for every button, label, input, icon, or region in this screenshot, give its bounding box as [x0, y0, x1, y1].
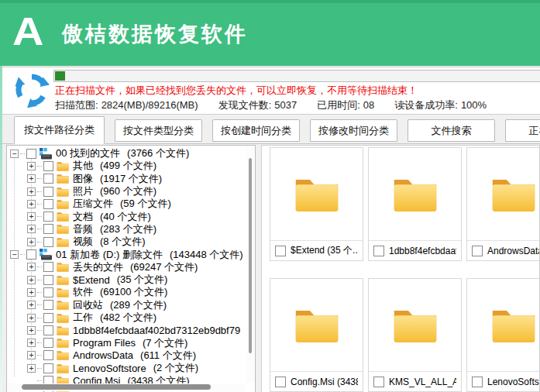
checkbox[interactable]	[43, 174, 53, 184]
tree-item-count: (35 个文件)	[117, 273, 168, 287]
folder-card[interactable]: 1dbb8f4efcbdaaf...	[368, 147, 462, 261]
tree-item[interactable]: + 图像 (1917 个文件)	[7, 173, 246, 185]
expander-icon[interactable]: +	[27, 162, 36, 170]
checkbox[interactable]	[275, 377, 286, 387]
expander-icon[interactable]: +	[27, 174, 36, 183]
expander-icon[interactable]: +	[27, 364, 36, 373]
folder-card[interactable]: LenovoSoftstore	[466, 278, 540, 392]
folder-card-footer: 1dbb8f4efcbdaaf...	[369, 240, 461, 260]
folder-card[interactable]: AndrowsData (	[466, 147, 540, 261]
expander-icon[interactable]: +	[27, 326, 36, 335]
horizontal-scrollbar[interactable]	[8, 383, 246, 391]
app-title: 傲桔数据恢复软件	[62, 20, 248, 48]
scan-status-panel: 正在扫描文件，如果已经找到您丢失的文件，可以立即恢复，不用等待扫描结束！ 扫描范…	[2, 67, 540, 115]
vertical-scrollbar-thumb[interactable]	[249, 158, 252, 353]
scan-stat: 扫描范围:2824(MB)/89216(MB)	[55, 98, 198, 112]
checkbox[interactable]	[43, 211, 53, 222]
checkbox[interactable]	[43, 313, 53, 323]
tree-guide	[37, 178, 42, 179]
tree-item[interactable]: + 工作 (482 个文件)	[7, 311, 246, 324]
expander-icon[interactable]: +	[27, 314, 36, 322]
tree-item-label: 01 新加卷 (D:) 删除文件	[56, 248, 163, 262]
folder-card[interactable]: KMS_VL_ALL_AIO...	[368, 278, 462, 392]
checkbox[interactable]	[43, 187, 53, 197]
expander-icon[interactable]: +	[27, 212, 36, 221]
checkbox[interactable]	[43, 275, 53, 285]
tab-by-file-type[interactable]: 按文件类型分类	[115, 119, 202, 142]
tree-item[interactable]: + 回收站 (289 个文件)	[7, 299, 246, 311]
vertical-scrollbar[interactable]	[246, 147, 254, 383]
checkbox[interactable]	[26, 149, 36, 159]
checkbox[interactable]	[43, 350, 53, 360]
folder-card-label: KMS_VL_ALL_AIO...	[389, 377, 456, 387]
checkbox[interactable]	[43, 224, 53, 234]
expander-icon[interactable]: +	[27, 351, 36, 359]
checkbox[interactable]	[472, 377, 483, 387]
checkbox[interactable]	[26, 249, 36, 260]
tab-recovering[interactable]: 正在恢复	[505, 119, 540, 142]
tree-item[interactable]: + 软件 (69100 个文件)	[7, 286, 246, 298]
tree-item-count: (611 个文件)	[140, 349, 196, 363]
tree-item[interactable]: + AndrowsData (611 个文件)	[7, 349, 246, 362]
tree-item[interactable]: + 照片 (960 个文件)	[7, 185, 246, 198]
tree-item[interactable]: + $Extend (35 个文件)	[7, 273, 246, 286]
horizontal-scrollbar-thumb[interactable]	[22, 384, 211, 390]
tree-item[interactable]: + 视频 (8 个文件)	[7, 236, 246, 248]
checkbox[interactable]	[43, 199, 53, 209]
checkbox[interactable]	[472, 246, 483, 256]
checkbox[interactable]	[43, 300, 53, 310]
folder-icon	[57, 349, 69, 361]
checkbox[interactable]	[43, 338, 53, 348]
tree-item[interactable]: + 音频 (283 个文件)	[7, 223, 246, 236]
tree-item-count: (283 个文件)	[100, 222, 156, 236]
tree-guide	[20, 153, 25, 154]
folder-card[interactable]: Config.Msi (3438...	[270, 278, 363, 392]
tree-item[interactable]: + 丢失的文件 (69247 个文件)	[7, 261, 246, 273]
checkbox[interactable]	[373, 246, 384, 256]
tree-item[interactable]: − 01 新加卷 (D:) 删除文件 (143448 个文件)	[7, 248, 246, 260]
tree-item[interactable]: − 00 找到的文件 (3766 个文件)	[7, 147, 246, 160]
tree-guide	[37, 229, 42, 229]
tree-item-count: (2 个文件)	[153, 361, 199, 375]
tree-item-label: 丢失的文件	[73, 260, 123, 274]
folder-card[interactable]: $Extend (35 个...	[270, 147, 363, 261]
checkbox[interactable]	[43, 287, 53, 297]
checkbox[interactable]	[43, 161, 53, 171]
checkbox[interactable]	[43, 237, 53, 247]
tree-item[interactable]: + 压缩文件 (59 个文件)	[7, 198, 246, 210]
tree-item[interactable]: + 1dbb8f4efcbdaaf402bd7312eb9dbf79 (231 …	[7, 324, 246, 336]
tab-by-file-path[interactable]: 按文件路径分类	[14, 116, 105, 144]
tree-item-label: Program Files	[73, 337, 136, 349]
tree-item[interactable]: + Program Files (7 个文件)	[7, 336, 246, 349]
expander-icon[interactable]: +	[27, 301, 36, 309]
expander-icon[interactable]: −	[10, 250, 19, 259]
expander-icon[interactable]: +	[27, 288, 36, 297]
tree-item-label: 压缩文件	[73, 197, 113, 211]
folder-icon	[57, 236, 69, 248]
stat-value: 08	[363, 99, 374, 111]
expander-icon[interactable]: +	[27, 200, 36, 208]
expander-icon[interactable]: +	[27, 263, 36, 271]
checkbox[interactable]	[43, 262, 53, 272]
tree-item[interactable]: + LenovoSoftstore (2 个文件)	[7, 362, 246, 374]
tab-by-create-time[interactable]: 按创建时间分类	[212, 119, 300, 142]
folder-icon	[57, 363, 69, 374]
expander-icon[interactable]: +	[27, 276, 36, 284]
checkbox[interactable]	[43, 325, 53, 335]
folder-icon	[57, 287, 69, 298]
scan-stat: 发现文件数:5037	[218, 98, 298, 112]
tab-by-modify-time[interactable]: 按修改时间分类	[310, 119, 397, 142]
checkbox[interactable]	[275, 246, 286, 256]
expander-icon[interactable]: +	[27, 225, 36, 233]
tree-item[interactable]: + 文档 (40 个文件)	[7, 210, 246, 222]
expander-icon[interactable]: +	[27, 187, 36, 196]
expander-icon[interactable]: −	[10, 150, 19, 158]
tree-item[interactable]: + 其他 (499 个文件)	[7, 160, 246, 172]
checkbox[interactable]	[43, 363, 53, 373]
checkbox[interactable]	[373, 377, 384, 387]
tab-file-search[interactable]: 文件搜索	[408, 119, 495, 142]
folder-card-footer: KMS_VL_ALL_AIO...	[369, 371, 461, 391]
expander-icon[interactable]: +	[27, 238, 36, 246]
expander-icon[interactable]: +	[27, 339, 36, 347]
folder-icon	[57, 186, 69, 198]
